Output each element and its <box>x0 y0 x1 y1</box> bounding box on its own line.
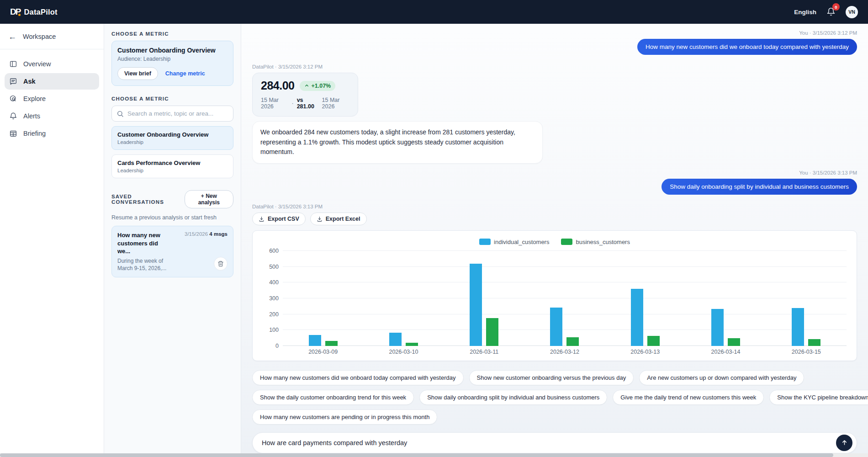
export-csv-label: Export CSV <box>268 216 299 222</box>
bar-group-2026-03-14 <box>685 251 766 346</box>
legend-swatch <box>479 239 491 245</box>
suggestion-chip[interactable]: Are new customers up or down compared wi… <box>639 370 804 385</box>
y-axis-tick: 500 <box>269 264 279 270</box>
legend-label: individual_customers <box>494 239 549 245</box>
x-axis-label: 2026-03-14 <box>685 349 766 355</box>
trash-icon <box>217 260 224 267</box>
workspace-back[interactable]: ← Workspace <box>0 24 104 49</box>
notification-badge: 0 <box>832 3 840 11</box>
saved-card-top: How many new customers did we... 3/15/20… <box>117 231 228 255</box>
chart-legend: individual_customersbusiness_customers <box>260 236 849 247</box>
metric-list-item[interactable]: Customer Onboarding OverviewLeadership <box>111 126 233 150</box>
suggestion-chip[interactable]: Show the KYC pipeline breakdown for this… <box>769 390 868 405</box>
horizontal-scrollbar[interactable] <box>0 453 868 457</box>
sidebar: ← Workspace OverviewAskExploreAlertsBrie… <box>0 24 104 453</box>
bar-individual_customers-2026-03-13[interactable] <box>631 289 643 346</box>
change-metric-button[interactable]: Change metric <box>165 70 205 77</box>
overview-icon <box>9 60 17 68</box>
bot-message-meta-1: DataPilot · 3/15/2026 3:12 PM <box>252 64 857 69</box>
metric-search-input[interactable] <box>127 110 228 117</box>
suggestion-chip[interactable]: Show new customer onboarding versus the … <box>469 370 634 385</box>
datapilot-logo-icon: DP <box>10 7 20 17</box>
notifications-button[interactable]: 0 <box>826 6 836 17</box>
user-message-meta-1: You · 3/15/2026 3:12 PM <box>252 30 857 36</box>
new-analysis-button[interactable]: + New analysis <box>185 190 233 208</box>
briefing-icon <box>9 129 17 138</box>
app-shell: ← Workspace OverviewAskExploreAlertsBrie… <box>0 24 868 453</box>
suggestion-chip[interactable]: Show daily onboarding split by individua… <box>419 390 607 405</box>
suggestion-chip[interactable]: Show the daily customer onboarding trend… <box>252 390 414 405</box>
delete-conversation-button[interactable] <box>214 257 228 271</box>
horizontal-scrollbar-thumb[interactable] <box>0 453 833 457</box>
bar-business_customers-2026-03-10[interactable] <box>406 343 418 346</box>
bar-business_customers-2026-03-12[interactable] <box>566 337 579 346</box>
export-excel-button[interactable]: Export Excel <box>310 213 367 225</box>
arrow-up-icon <box>841 439 848 446</box>
bar-business_customers-2026-03-11[interactable] <box>486 318 498 346</box>
bar-individual_customers-2026-03-11[interactable] <box>470 264 482 346</box>
metric-list-item[interactable]: Cards Performance OverviewLeadership <box>111 154 233 178</box>
bar-business_customers-2026-03-14[interactable] <box>728 338 740 346</box>
metric-compare-date: 15 Mar 2026 <box>322 97 349 110</box>
bar-group-2026-03-15 <box>766 251 847 346</box>
dot-separator: · <box>291 100 293 106</box>
caret-up-icon <box>304 83 309 88</box>
y-axis-tick: 400 <box>269 279 279 286</box>
chart-x-axis-labels: 2026-03-092026-03-102026-03-112026-03-12… <box>283 349 847 355</box>
avatar[interactable]: VN <box>846 6 858 18</box>
workspace-label: Workspace <box>23 33 56 40</box>
suggestion-chip[interactable]: How many new customers are pending or in… <box>252 409 437 425</box>
choose-metric-label-2: CHOOSE A METRIC <box>111 96 233 101</box>
sidebar-item-label: Briefing <box>23 130 46 137</box>
choose-metric-label-1: CHOOSE A METRIC <box>111 31 233 37</box>
chip-row: How many new customers did we onboard to… <box>252 370 857 385</box>
sidebar-item-ask[interactable]: Ask <box>5 73 99 90</box>
sidebar-item-briefing[interactable]: Briefing <box>5 125 99 142</box>
sidebar-item-overview[interactable]: Overview <box>5 56 99 72</box>
metric-date: 15 Mar 2026 <box>261 97 288 110</box>
bar-business_customers-2026-03-15[interactable] <box>808 339 820 346</box>
x-axis-label: 2026-03-12 <box>524 349 605 355</box>
x-axis-label: 2026-03-15 <box>766 349 847 355</box>
saved-conversations-label: SAVED CONVERSATIONS <box>111 194 185 205</box>
export-csv-button[interactable]: Export CSV <box>252 213 306 225</box>
bar-business_customers-2026-03-13[interactable] <box>647 336 660 345</box>
view-brief-button[interactable]: View brief <box>117 67 158 80</box>
sidebar-item-alerts[interactable]: Alerts <box>5 108 99 124</box>
brand-name: DataPilot <box>24 8 57 16</box>
sidebar-item-label: Explore <box>23 95 46 102</box>
language-selector[interactable]: English <box>794 9 816 16</box>
bar-individual_customers-2026-03-14[interactable] <box>711 309 724 345</box>
chip-row: Show the daily customer onboarding trend… <box>252 390 857 405</box>
sidebar-item-label: Alerts <box>23 112 40 120</box>
saved-conversation-meta: 3/15/2026 4 msgs <box>185 231 228 255</box>
bar-group-2026-03-11 <box>444 251 524 346</box>
y-axis-tick: 300 <box>269 295 279 302</box>
y-axis-tick: 600 <box>269 248 279 254</box>
bar-individual_customers-2026-03-15[interactable] <box>792 308 804 346</box>
metric-panel: CHOOSE A METRIC Customer Onboarding Over… <box>104 24 241 453</box>
send-button[interactable] <box>836 435 852 451</box>
suggestion-chip[interactable]: How many new customers did we onboard to… <box>252 370 464 385</box>
metric-search[interactable] <box>111 106 233 122</box>
bar-individual_customers-2026-03-10[interactable] <box>389 333 402 345</box>
download-icon <box>259 216 265 222</box>
saved-conversation-card[interactable]: How many new customers did we... 3/15/20… <box>111 226 233 277</box>
ask-icon <box>9 77 17 85</box>
bar-business_customers-2026-03-09[interactable] <box>325 341 338 345</box>
bot-answer-1: We onboarded 284 new customers today, a … <box>252 121 543 164</box>
suggestion-chip[interactable]: Give me the daily trend of new customers… <box>613 390 764 405</box>
bar-individual_customers-2026-03-09[interactable] <box>309 335 321 346</box>
x-axis-label: 2026-03-09 <box>283 349 363 355</box>
alerts-icon <box>9 112 17 120</box>
topbar: DP DataPilot English 0 VN <box>0 0 868 24</box>
bar-individual_customers-2026-03-12[interactable] <box>550 308 562 346</box>
legend-item-business_customers[interactable]: business_customers <box>561 239 630 245</box>
x-axis-label: 2026-03-11 <box>444 349 524 355</box>
y-axis-tick: 100 <box>269 327 279 333</box>
chat-input[interactable] <box>262 439 836 446</box>
sidebar-item-explore[interactable]: Explore <box>5 90 99 107</box>
metric-compare-value: vs 281.00 <box>297 97 319 110</box>
legend-item-individual_customers[interactable]: individual_customers <box>479 239 549 245</box>
legend-label: business_customers <box>576 239 630 245</box>
